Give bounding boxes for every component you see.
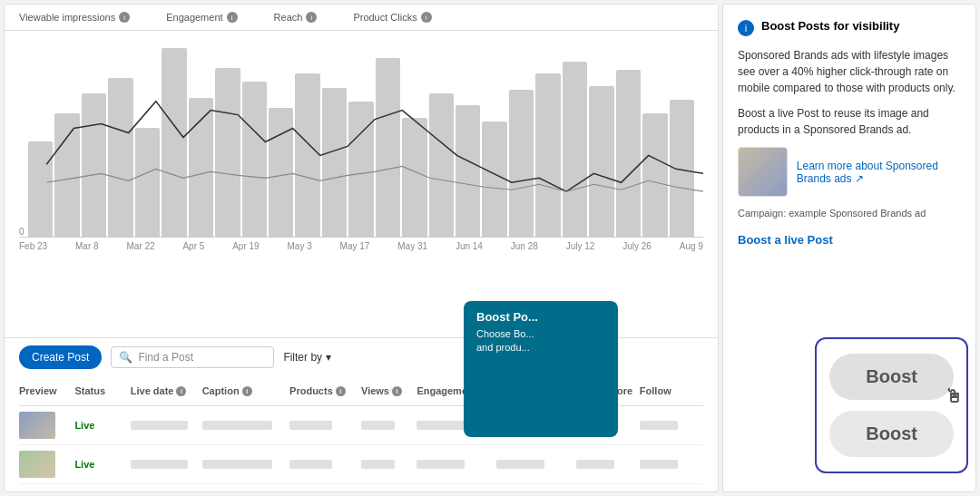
gray-bar	[416, 460, 465, 469]
row-preview	[19, 412, 74, 439]
gray-bar	[640, 421, 678, 430]
metric-label: Product Clicks	[353, 12, 416, 23]
row-views	[361, 460, 416, 469]
col-header-caption: Caption i	[202, 380, 289, 402]
gray-bar	[202, 421, 272, 430]
gray-bar	[361, 460, 395, 469]
gray-bar	[361, 421, 395, 430]
info-icon[interactable]: i	[227, 12, 238, 23]
col-header-clicks-follow: Follow	[640, 380, 703, 402]
panel-thumbnail	[738, 147, 788, 197]
info-icon[interactable]: i	[392, 386, 402, 396]
preview-thumbnail	[19, 412, 55, 439]
x-label: July 12	[566, 241, 595, 251]
search-box[interactable]: 🔍 Find a Post	[111, 346, 274, 368]
x-label: Mar 22	[126, 241, 154, 251]
chevron-down-icon: ▾	[326, 351, 331, 364]
info-icon[interactable]: i	[336, 386, 346, 396]
info-icon[interactable]: i	[306, 12, 317, 23]
info-icon[interactable]: i	[176, 386, 186, 396]
gray-bar	[289, 421, 332, 430]
gray-bar	[576, 460, 614, 469]
x-label: Mar 8	[75, 241, 99, 251]
preview-image	[19, 451, 55, 478]
row-preview	[19, 451, 74, 478]
metrics-bar: Viewable impressions i Engagement i Reac…	[5, 5, 718, 31]
gray-bar	[496, 460, 544, 469]
preview-image	[19, 412, 55, 439]
x-label: Apr 19	[232, 241, 259, 251]
x-label: Aug 9	[680, 241, 703, 251]
panel-paragraph1: Sponsored Brands ads with lifestyle imag…	[738, 47, 961, 96]
gray-bar	[202, 460, 272, 469]
row-caption	[202, 460, 289, 469]
gray-bar	[640, 460, 678, 469]
x-label: Apr 5	[182, 241, 204, 251]
live-badge: Live	[74, 459, 94, 470]
col-header-views: Views i	[361, 380, 416, 402]
row-status: Live	[74, 420, 130, 431]
x-label: May 3	[288, 241, 312, 251]
y-axis-zero: 0	[19, 227, 24, 237]
table-row: Live	[19, 445, 703, 484]
right-panel: i Boost Posts for visibility Sponsored B…	[722, 4, 976, 492]
boost-popup-text: Choose Bo...and produ...	[476, 327, 605, 355]
external-link-icon: ↗	[855, 172, 864, 185]
row-live-date	[131, 421, 202, 430]
row-engagement	[416, 460, 496, 469]
chart-container: 0	[19, 38, 703, 238]
boost-live-post-link[interactable]: Boost a live Post	[738, 233, 833, 247]
create-post-button[interactable]: Create Post	[19, 345, 102, 369]
campaign-label: Campaign: example Sponsored Brands ad	[738, 208, 961, 219]
row-clicks-follow	[640, 421, 703, 430]
boost-button-1[interactable]: Boost 🖱	[829, 354, 954, 400]
search-icon: 🔍	[119, 351, 132, 364]
live-badge: Live	[74, 420, 94, 431]
boost-button-2[interactable]: Boost	[829, 411, 954, 457]
row-live-date	[131, 460, 202, 469]
col-header-status: Status	[74, 380, 130, 402]
row-products	[289, 421, 361, 430]
panel-image-row: Learn more about Sponsored Brands ads ↗	[738, 147, 961, 197]
col-header-preview: Preview	[19, 380, 74, 402]
x-axis-labels: Feb 23 Mar 8 Mar 22 Apr 5 Apr 19 May 3 M…	[19, 238, 703, 255]
row-status: Live	[74, 459, 130, 470]
filter-button[interactable]: Filter by ▾	[283, 351, 331, 364]
boost-buttons-overlay: Boost 🖱 Boost	[815, 337, 968, 473]
search-placeholder: Find a Post	[138, 351, 193, 364]
col-header-live-date: Live date i	[131, 380, 202, 402]
boost-popup: Boost Po... Choose Bo...and produ...	[464, 301, 618, 437]
x-label: May 17	[340, 241, 370, 251]
chart-area: 0 Feb 23 Mar 8 Mar 22 Apr 5 Apr 19 May 3…	[5, 31, 718, 337]
panel-title: Boost Posts for visibility	[761, 19, 899, 33]
x-label: Jun 14	[456, 241, 483, 251]
row-products	[289, 460, 361, 469]
metric-engagement: Engagement i	[166, 12, 237, 23]
metric-product-clicks: Product Clicks i	[353, 12, 431, 23]
col-header-products: Products i	[289, 380, 361, 402]
boost-popup-title: Boost Po...	[476, 310, 605, 324]
gray-bar	[131, 460, 188, 469]
info-icon[interactable]: i	[242, 386, 252, 396]
info-icon[interactable]: i	[421, 12, 432, 23]
line-chart	[19, 38, 703, 237]
metric-label: Engagement	[166, 12, 222, 23]
gray-bar	[416, 421, 465, 430]
info-icon[interactable]: i	[119, 12, 130, 23]
metric-viewable-impressions: Viewable impressions i	[19, 12, 130, 23]
gray-bar	[289, 460, 332, 469]
x-label: July 26	[622, 241, 652, 251]
panel-paragraph2: Boost a live Post to reuse its image and…	[738, 105, 961, 138]
metric-label: Viewable impressions	[19, 12, 115, 23]
row-engagement-rate	[496, 460, 576, 469]
gray-bar	[131, 421, 188, 430]
panel-info-icon: i	[738, 20, 754, 36]
x-label: May 31	[397, 241, 427, 251]
x-label: Jun 28	[511, 241, 538, 251]
cursor-icon: 🖱	[945, 386, 963, 407]
metric-label: Reach	[274, 12, 303, 23]
row-clicks-follow	[640, 460, 703, 469]
row-clicks-store	[576, 460, 640, 469]
row-views	[361, 421, 416, 430]
learn-more-link[interactable]: Learn more about Sponsored Brands ads ↗	[797, 160, 938, 185]
